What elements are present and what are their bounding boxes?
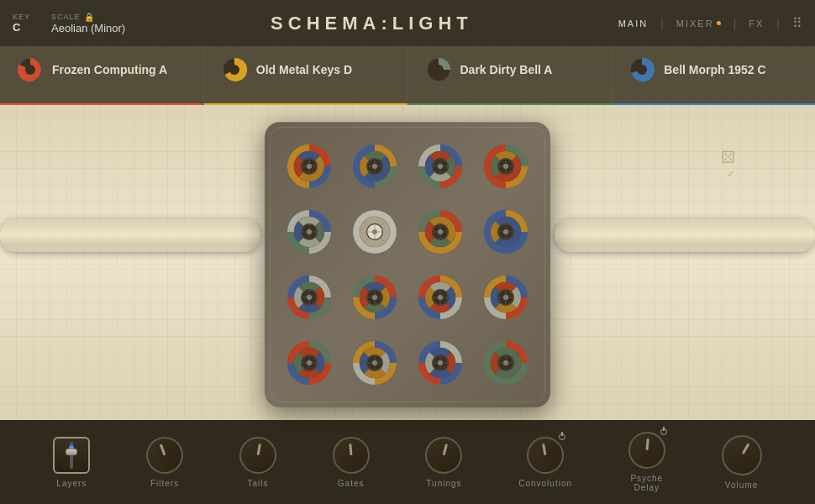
frozen-computing-name: Frozen Computing A	[52, 63, 167, 76]
control-psyche-delay[interactable]: Psyche Delay	[628, 432, 665, 492]
control-tails[interactable]: Tails	[239, 437, 276, 488]
header-nav: MAIN | MIXER | FX | ⠿	[618, 15, 802, 31]
layers-track	[70, 442, 73, 469]
wheel-cell-1-3[interactable]	[476, 202, 535, 261]
layers-label: Layers	[56, 479, 87, 488]
instrument-old-metal-keys[interactable]: Old Metal Keys D	[204, 46, 408, 105]
instrument-bell-morph[interactable]: Bell Morph 1952 C	[612, 46, 815, 105]
wheel-cell-3-0[interactable]	[280, 333, 339, 392]
control-tunings[interactable]: Tunings	[425, 437, 462, 488]
instrument-frozen-computing[interactable]: Frozen Computing A	[0, 46, 204, 105]
dice-icon: ⚄	[721, 147, 735, 167]
instrument-dark-dirty-bell[interactable]: Dark Dirty Bell A	[408, 46, 613, 105]
psyche-delay-label: Psyche Delay	[630, 474, 663, 492]
key-label: KEY	[13, 13, 30, 21]
dark-dirty-bell-underline	[408, 103, 612, 105]
right-connector	[538, 202, 815, 269]
instrument-row: Frozen Computing A Old Metal Keys D	[0, 46, 815, 105]
app-title: SCHEMA:LIGHT	[125, 13, 618, 34]
old-metal-keys-pie	[221, 56, 248, 83]
tunings-knob[interactable]	[421, 433, 466, 478]
key-value: C	[13, 21, 30, 34]
dark-dirty-bell-name: Dark Dirty Bell A	[460, 63, 553, 76]
tails-knob[interactable]	[236, 433, 279, 476]
svg-point-5	[434, 65, 444, 75]
wheel-cell-2-2[interactable]	[411, 268, 470, 327]
control-gates[interactable]: Gates	[333, 437, 370, 488]
wheel-grid	[265, 122, 550, 407]
left-connector	[0, 202, 277, 269]
wheel-cell-2-3[interactable]	[476, 268, 535, 327]
filters-knob[interactable]	[141, 431, 188, 478]
check-icon: ✓	[727, 168, 735, 180]
control-filters[interactable]: Filters	[146, 437, 183, 488]
gates-knob[interactable]	[331, 435, 371, 475]
layers-thumb[interactable]	[66, 449, 77, 455]
svg-point-1	[25, 65, 35, 75]
psyche-delay-power[interactable]	[660, 428, 667, 435]
wheel-cell-3-1[interactable]	[345, 333, 404, 392]
bell-morph-pie	[628, 56, 655, 83]
tails-label: Tails	[247, 479, 268, 488]
wheel-cell-0-3[interactable]	[476, 137, 535, 196]
wheel-cell-1-0[interactable]	[280, 202, 339, 261]
wheel-cell-1-2[interactable]	[411, 202, 470, 261]
svg-point-7	[637, 65, 647, 75]
wheel-cell-2-0[interactable]	[280, 268, 339, 327]
mixer-indicator	[717, 21, 721, 25]
nav-mixer[interactable]: MIXER	[676, 18, 721, 29]
scale-label: SCALE 🔒	[51, 13, 125, 22]
wheel-cell-3-2[interactable]	[411, 333, 470, 392]
key-section: KEY C	[13, 13, 30, 34]
nav-fx[interactable]: FX	[749, 18, 764, 29]
nav-main[interactable]: MAIN	[618, 18, 649, 29]
layers-knob[interactable]	[53, 437, 90, 474]
controls-bar: Layers Filters Tails Gates Tunings Convo…	[0, 420, 815, 504]
control-volume[interactable]: Volume	[722, 435, 762, 490]
control-layers[interactable]: Layers	[53, 437, 90, 488]
lock-icon: 🔒	[84, 13, 95, 22]
bell-morph-underline	[612, 103, 815, 105]
svg-point-3	[229, 65, 239, 75]
control-convolution[interactable]: Convolution	[518, 437, 572, 488]
tunings-label: Tunings	[426, 479, 461, 488]
wheel-cell-0-0[interactable]	[280, 137, 339, 196]
old-metal-keys-name: Old Metal Keys D	[256, 63, 352, 76]
psyche-delay-knob[interactable]	[627, 430, 667, 470]
bell-morph-name: Bell Morph 1952 C	[664, 63, 765, 76]
wheel-cell-1-1[interactable]	[345, 202, 404, 261]
wheel-cell-3-3[interactable]	[476, 333, 535, 392]
old-metal-keys-underline	[204, 103, 408, 105]
frozen-computing-pie	[17, 56, 44, 83]
volume-label: Volume	[725, 480, 758, 490]
grid-container	[265, 122, 550, 407]
scale-value: Aeolian (Minor)	[51, 22, 125, 34]
frozen-computing-underline	[0, 103, 203, 105]
gates-label: Gates	[338, 479, 365, 488]
dark-dirty-bell-pie	[425, 56, 452, 83]
scale-section: SCALE 🔒 Aeolian (Minor)	[51, 13, 125, 34]
wheel-cell-0-1[interactable]	[345, 137, 404, 196]
wheel-cell-0-2[interactable]	[411, 137, 470, 196]
convolution-label: Convolution	[518, 479, 572, 488]
header: KEY C SCALE 🔒 Aeolian (Minor) SCHEMA:LIG…	[0, 0, 815, 46]
wheel-cell-2-1[interactable]	[345, 268, 404, 327]
hamburger-icon[interactable]: ⠿	[792, 15, 802, 31]
volume-knob[interactable]	[714, 428, 770, 483]
filters-label: Filters	[150, 479, 179, 488]
convolution-knob[interactable]	[524, 433, 567, 476]
convolution-power[interactable]	[559, 433, 565, 440]
